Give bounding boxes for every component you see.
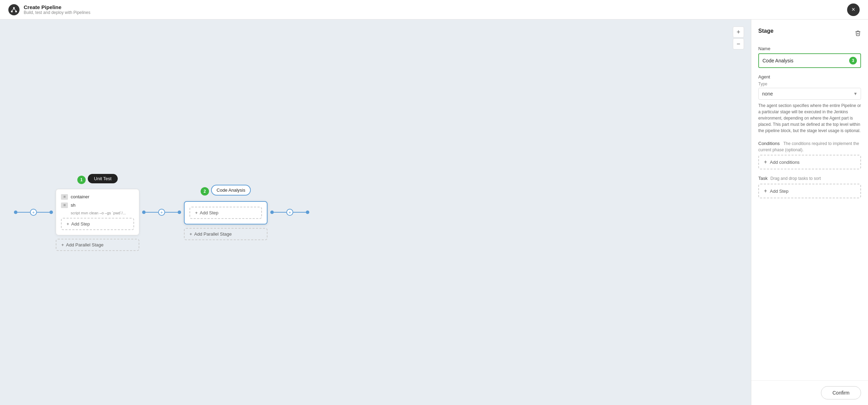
name-section: Name Code Analysis 3 [758,46,861,68]
container-label: container [71,194,89,199]
add-parallel-label-1: Add Parallel Stage [66,242,104,247]
main-layout: + − + 1 Unit Test [0,20,868,405]
agent-label: Agent [758,74,861,79]
name-input-wrapper[interactable]: Code Analysis 3 [758,53,861,68]
panel-title-row: Stage [758,28,861,40]
panel-footer: Confirm [751,380,868,405]
stage-unit-test-number: 1 [77,176,86,184]
type-select[interactable]: none any label docker dockerfile [758,88,861,100]
stage-code-analysis-wrapper: 2 Code Analysis + Add Step + Add Paralle… [184,185,268,240]
svg-point-1 [11,10,13,12]
left-line [17,212,30,213]
right-plus-button[interactable]: + [286,209,293,216]
plus-icon-parallel-1: + [61,242,64,247]
svg-line-4 [14,9,16,10]
left-dot2 [49,211,53,214]
plus-icon-parallel-2: + [189,231,192,237]
plus-icon-2: + [195,210,198,215]
mid-connector: + [142,209,181,216]
name-badge: 3 [849,57,857,64]
name-label: Name [758,46,861,51]
stage-unit-test-label[interactable]: Unit Test [88,174,118,183]
app-logo [8,4,20,15]
app-title: Create Pipeline [24,4,90,10]
type-select-wrapper: none any label docker dockerfile ▼ [758,88,861,100]
add-conditions-button[interactable]: + Add conditions [758,155,861,169]
svg-point-2 [15,10,17,12]
panel-content: Stage Name Code Analysis 3 [751,20,868,405]
right-line2 [293,212,306,213]
stage-code-analysis-header: 2 Code Analysis [201,185,251,198]
sh-script: script mvn clean –o –gs `pwd`/... [71,211,134,215]
canvas-controls: + − [733,26,744,49]
step-sh: ⊞ sh [61,202,134,208]
header: Create Pipeline Build, test and deploy w… [0,0,868,20]
stage-unit-test-wrapper: 1 Unit Test ⊞ container ⊞ sh script mvn … [56,174,139,251]
right-dot1 [270,211,274,214]
add-step-button-2[interactable]: + Add Step [189,207,262,219]
mid-plus-button[interactable]: + [158,209,165,216]
plus-icon-step: + [764,188,767,194]
conditions-header: Conditions The conditions required to im… [758,140,861,153]
mid-line1 [146,212,158,213]
add-step-label-1: Add Step [71,221,90,227]
step-container: ⊞ container [61,194,134,200]
sh-label: sh [71,202,76,208]
svg-line-3 [12,9,14,10]
pipeline-canvas: + − + 1 Unit Test [0,20,751,405]
app-subtitle: Build, test and deploy with Pipelines [24,10,90,15]
header-text: Create Pipeline Build, test and deploy w… [24,4,90,15]
left-dot [14,211,17,214]
agent-description: The agent section specifies where the en… [758,102,861,134]
left-connector: + [14,209,53,216]
mid-dot1 [142,211,146,214]
add-conditions-label: Add conditions [770,160,799,165]
task-section: Task Drag and drop tasks to sort + Add S… [758,176,861,198]
right-panel: Stage Name Code Analysis 3 [751,20,868,405]
close-button[interactable]: × [847,3,860,16]
right-connector: + [270,209,309,216]
sh-icon: ⊞ [61,202,68,208]
delete-button[interactable] [855,30,861,38]
container-icon: ⊞ [61,194,68,200]
task-desc: Drag and drop tasks to sort [770,176,821,181]
conditions-label: Conditions [758,141,780,146]
conditions-section: Conditions The conditions required to im… [758,140,861,169]
right-dot2 [306,211,309,214]
left-plus-button[interactable]: + [30,209,37,216]
add-step-button-1[interactable]: + Add Step [61,218,134,230]
task-label: Task [758,176,768,181]
left-line2 [37,212,49,213]
add-parallel-label-2: Add Parallel Stage [194,231,232,237]
plus-icon-conditions: + [764,159,767,165]
add-step-label-2: Add Step [200,210,219,215]
zoom-out-button[interactable]: − [733,38,744,49]
mid-line2 [165,212,178,213]
add-parallel-button-1[interactable]: + Add Parallel Stage [56,239,139,251]
svg-point-0 [13,7,15,9]
add-step-panel-button[interactable]: + Add Step [758,184,861,198]
plus-icon-1: + [67,221,69,227]
stage-unit-test-card[interactable]: ⊞ container ⊞ sh script mvn clean –o –gs… [56,189,139,235]
header-left: Create Pipeline Build, test and deploy w… [8,4,90,15]
pipeline-flow: + 1 Unit Test ⊞ container [0,153,323,272]
right-line1 [274,212,286,213]
name-input-value[interactable]: Code Analysis [762,58,849,63]
panel-title: Stage [758,28,774,34]
stage-code-analysis-number: 2 [201,187,209,196]
confirm-button[interactable]: Confirm [821,386,861,399]
add-step-panel-label: Add Step [770,189,789,194]
stage-unit-test-header: 1 Unit Test [77,174,118,186]
type-label: Type [758,82,861,86]
stage-code-analysis-card[interactable]: + Add Step [184,201,268,224]
agent-section: Agent Type none any label docker dockerf… [758,74,861,134]
zoom-in-button[interactable]: + [733,26,744,38]
stage-code-analysis-label[interactable]: Code Analysis [211,185,251,196]
mid-dot2 [178,211,181,214]
task-header: Task Drag and drop tasks to sort [758,176,861,181]
add-parallel-button-2[interactable]: + Add Parallel Stage [184,228,268,240]
